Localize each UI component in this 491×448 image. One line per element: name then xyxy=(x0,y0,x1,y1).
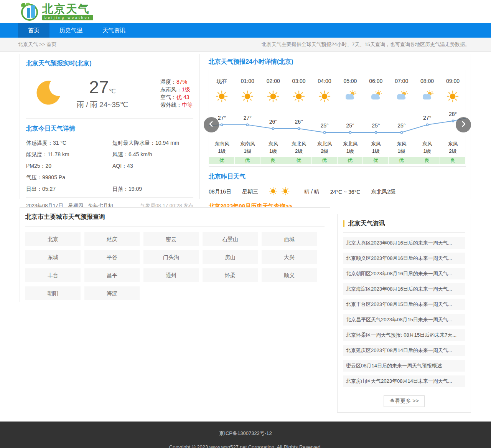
today-detail-row: 日出：05:27日落：19:09 xyxy=(26,186,193,192)
hour-aqi: 优 xyxy=(286,157,311,164)
hour-temp-label: 27° xyxy=(423,115,431,121)
city-list-card: 北京市主要城市天气预报查询 北京延庆密云石景山西城东城平谷门头沟房山大兴丰台昌平… xyxy=(20,207,330,302)
today-detail-row: 能见度：11.78 km风速：6.45 km/h xyxy=(26,151,193,157)
city-link[interactable]: 顺义 xyxy=(262,268,317,282)
city-link[interactable]: 平谷 xyxy=(84,250,140,264)
city-link[interactable]: 丰台 xyxy=(25,268,81,282)
sun-icon xyxy=(281,187,290,197)
hour-temp-label: 28° xyxy=(449,111,457,117)
hour-aqi: 良 xyxy=(260,157,286,164)
news-item-link[interactable]: 北京丰台区2023年08月15日后的未来一周天气... xyxy=(343,299,465,310)
site-header: 北京天气 beijing weather xyxy=(0,0,491,23)
sun-icon xyxy=(312,90,338,109)
hour-icon-row xyxy=(209,90,466,109)
breadcrumb[interactable]: 北京天气 >> 首页 xyxy=(18,41,56,48)
news-card: 北京天气资讯 北京大兴区2023年08月16日后的未来一周天气...北京顺义区2… xyxy=(337,214,471,413)
cloud-sun-icon xyxy=(389,90,414,109)
today-detail-cell: 能见度：11.78 km xyxy=(26,151,112,157)
sun-icon xyxy=(440,90,466,109)
city-link[interactable]: 昌平 xyxy=(84,268,140,282)
hour-time: 01:00 xyxy=(235,78,260,90)
today-detail-row: 气压：99805 Pa xyxy=(26,174,193,180)
cloud-sun-icon xyxy=(363,90,389,109)
today-detail-cell xyxy=(112,174,193,180)
city-link[interactable]: 大兴 xyxy=(262,250,317,264)
logo-subtitle: beijing weather xyxy=(42,15,93,20)
news-item-link[interactable]: 北京昌平区天气2023年08月15日未来一周天气... xyxy=(343,314,465,326)
next-hours-button[interactable] xyxy=(456,117,471,132)
hour-time: 09:00 xyxy=(440,78,466,90)
news-item-link[interactable]: 北京海淀区2023年08月16日后的未来一周天气... xyxy=(343,283,465,295)
cloud-sun-icon xyxy=(414,90,440,109)
city-link[interactable]: 延庆 xyxy=(84,232,140,246)
news-item-link[interactable]: 北京朝阳区2023年08月16日后的未来一周天气... xyxy=(343,268,465,279)
city-link[interactable]: 门头沟 xyxy=(143,250,199,264)
trend-dot xyxy=(400,131,403,134)
news-item-link[interactable]: 密云区08月14日后的未来一周天气预报概述 xyxy=(343,360,465,372)
site-logo[interactable]: 北京天气 beijing weather xyxy=(19,2,93,21)
news-list: 北京大兴区2023年08月16日后的未来一周天气...北京顺义区2023年08月… xyxy=(343,237,465,387)
hour-time: 04:00 xyxy=(312,78,338,90)
news-item-link[interactable]: 北京房山区天气2023年08月14日未来一周天气... xyxy=(343,375,465,387)
hour-time: 07:00 xyxy=(389,78,414,90)
icp-number[interactable]: 京ICP备13007322号-12 xyxy=(0,422,491,437)
city-link[interactable]: 房山 xyxy=(203,250,258,264)
view-more-button[interactable]: 查看更多 >> xyxy=(384,395,424,407)
yesterday-weather: 晴 / 晴 xyxy=(304,188,320,195)
city-link[interactable]: 朝阳 xyxy=(25,286,81,300)
site-description: 北京天气主要提供全球天气预报24小时、7天、15天查询，也可查询各地区历史气温走… xyxy=(262,41,470,48)
news-header: 北京天气资讯 xyxy=(343,220,465,233)
yesterday-temp-range: 24°C ~ 36°C xyxy=(330,189,361,195)
today-detail-cell: 风速：6.45 km/h xyxy=(112,151,193,157)
city-link[interactable]: 石景山 xyxy=(203,232,258,246)
yesterday-date: 08月16日 xyxy=(209,188,231,195)
nav-tab[interactable]: 天气资讯 xyxy=(92,23,135,38)
city-link[interactable]: 怀柔 xyxy=(203,268,258,282)
hourly-forecast-card: 北京天气预报24小时详情(北京) 现在01:0002:0003:0004:000… xyxy=(204,54,471,199)
trend-dot xyxy=(298,127,300,130)
hour-temp-label: 27° xyxy=(244,115,252,121)
hour-aqi: 优 xyxy=(209,157,234,164)
today-detail-row: PM25：20AQI：43 xyxy=(26,163,193,169)
hour-time: 02:00 xyxy=(260,78,286,90)
news-item-link[interactable]: 北京怀柔区一周天气预报: 08月15日后的未来7天... xyxy=(343,329,465,341)
hour-wind: 东风1级 xyxy=(389,140,414,157)
city-link[interactable]: 密云 xyxy=(143,232,199,246)
current-weather-title: 北京天气预报实时(北京) xyxy=(26,60,193,68)
sun-icon xyxy=(269,187,277,197)
yesterday-icons xyxy=(269,187,290,197)
hour-time: 08:00 xyxy=(414,78,440,90)
current-stat: 紫外线：中等 xyxy=(160,101,193,109)
current-temperature: 27 xyxy=(89,77,109,97)
hour-aqi: 良 xyxy=(414,157,440,164)
city-link[interactable]: 东城 xyxy=(25,250,81,264)
news-item-link[interactable]: 北京大兴区2023年08月16日后的未来一周天气... xyxy=(343,237,465,249)
divider xyxy=(26,118,193,119)
city-link[interactable]: 通州 xyxy=(143,268,199,282)
page-footer: 京ICP备13007322号-12 Copyright © 2023 www.w… xyxy=(0,422,491,448)
copyright-text: Copyright © 2023 www.wxg527.net Corporat… xyxy=(0,444,491,448)
news-item-link[interactable]: 北京延庆区2023年08月14日后的未来一周天气... xyxy=(343,345,465,356)
city-link[interactable]: 西城 xyxy=(262,232,317,246)
hourly-title: 北京天气预报24小时详情(北京) xyxy=(209,58,466,66)
prev-hours-button[interactable] xyxy=(204,117,219,132)
news-item-link[interactable]: 北京顺义区2023年08月16日后的未来一周天气... xyxy=(343,253,465,264)
city-link[interactable]: 海淀 xyxy=(84,286,140,300)
heading-accent-bar xyxy=(343,220,344,227)
today-detail-row: 体感温度：31 °C短时最大降水量：10.94 mm xyxy=(26,140,193,146)
city-link[interactable]: 北京 xyxy=(25,232,81,246)
hour-temp-label: 25° xyxy=(346,122,354,129)
chevron-left-icon xyxy=(207,119,216,130)
city-grid: 北京延庆密云石景山西城东城平谷门头沟房山大兴丰台昌平通州怀柔顺义朝阳海淀 xyxy=(25,232,325,300)
yesterday-wind: 东北风2级 xyxy=(371,188,395,195)
hour-aqi: 优 xyxy=(338,157,363,164)
hour-wind: 东风2级 xyxy=(440,140,466,157)
trend-dot xyxy=(349,131,351,134)
sun-icon xyxy=(260,90,286,109)
main-nav: 首页历史气温天气资讯 xyxy=(0,23,491,38)
nav-tab[interactable]: 历史气温 xyxy=(49,23,92,38)
nav-tab[interactable]: 首页 xyxy=(18,23,49,38)
current-stats: 湿度：87%东南风：1级空气：优 43紫外线：中等 xyxy=(160,78,193,109)
temperature-unit: ℃ xyxy=(109,88,116,94)
trend-dot xyxy=(323,131,326,134)
